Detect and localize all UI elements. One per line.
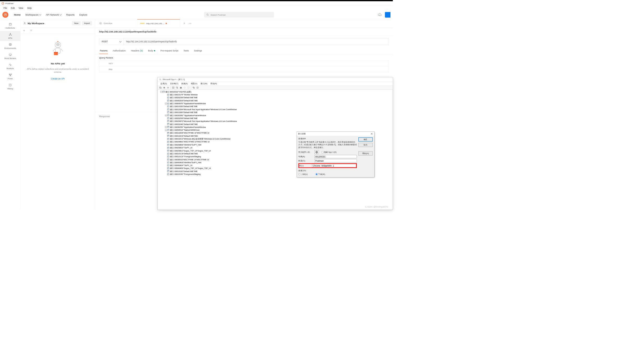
up-radio[interactable] [298,173,300,175]
tree-node[interactable]: +窗口 00050518""NativeHWNDHost [159,129,391,131]
create-api-link[interactable]: Create an API [51,77,65,80]
spy-menu-view[interactable]: 视图(V) [189,82,199,85]
direction-label: 搜索方向: [298,169,357,172]
rail-monitors[interactable]: Monitors [0,61,21,71]
nav-explore[interactable]: Explore [77,14,90,16]
dialog-title-bar[interactable]: 窗口搜索 [297,132,374,136]
tree-node-label: 窗口 00020B10""SoPY_UI [170,146,192,149]
finder-tool[interactable] [314,150,319,154]
tb-refresh-icon[interactable] [196,86,199,89]
menu-edit[interactable]: Edit [9,7,17,9]
request-header: http://42.194.149.162:11100/partInspect/… [95,28,393,36]
postman-logo-icon[interactable] [2,12,8,18]
invite-button[interactable] [385,12,390,17]
hide-spy-checkbox-input[interactable] [321,151,324,153]
rail-environments[interactable]: Environments [0,41,21,51]
tab-options-button[interactable] [189,23,191,24]
tb-binoculars-icon[interactable] [179,86,183,89]
tb-processes-icon[interactable] [163,86,166,89]
nav-reports[interactable]: Reports [64,14,77,16]
ok-button[interactable]: 确定 [358,137,373,142]
tree-node[interactable]: +窗口 0003035E""ApplicationFrameWindow [159,114,391,117]
tab-overview[interactable]: Overview [96,19,137,27]
hide-spy-checkbox[interactable]: 隐藏 Spy++(D) [321,151,337,154]
import-button[interactable]: Import [82,21,92,25]
close-button[interactable] [370,133,373,135]
direction-down[interactable]: 下移(W) [315,173,325,176]
search-input[interactable]: Search Postman [204,12,274,18]
new-button[interactable]: New [72,21,81,25]
tb-threads-icon[interactable] [166,86,170,89]
direction-up[interactable]: 上移(U) [298,173,307,176]
tree-expander-icon[interactable]: + [165,103,167,104]
tree-node[interactable]: 窗口 00010354"Microsoft Text Input Applica… [159,108,391,111]
sync-button[interactable] [377,12,382,17]
handle-input[interactable] [314,155,357,158]
plus-icon[interactable] [23,29,25,32]
class-input[interactable] [312,164,356,167]
subtab-params[interactable]: Params [99,47,108,54]
spy-menu-help[interactable]: 帮助(H) [209,82,218,85]
rail-history[interactable]: History [0,82,21,92]
tb-properties-icon[interactable] [192,86,195,89]
tree-node[interactable]: 窗口 00010174""Worker Window [159,93,391,96]
rail-apis[interactable]: APIs [0,31,21,41]
url-input[interactable]: http://42.194.149.162:11100/partInspect/… [124,38,389,45]
subtab-headers[interactable]: Headers (9) [130,47,144,54]
cancel-button[interactable]: 取消 [358,143,373,147]
workspace-icon [23,22,26,24]
tree-node[interactable]: 窗口 00020258"Default IME"IME [159,117,391,120]
window-icon [167,165,169,166]
menu-help[interactable]: Help [25,7,34,9]
help-button[interactable]: 帮助(H) [358,151,373,156]
tabs-bar: Overview POST http://42.194.149.... [95,19,393,28]
caption-input[interactable] [314,159,357,162]
rail-mock-servers[interactable]: Mock Servers [0,51,21,61]
request-title: http://42.194.149.162:11100/partInspect/… [99,30,389,33]
subtab-tests[interactable]: Tests [183,47,189,54]
spy-menu-tree[interactable]: 目录树(T) [169,82,180,85]
subtab-authorization[interactable]: Authorization [112,47,126,54]
spy-menu-search[interactable]: 搜索(E) [180,82,189,85]
nav-workspaces[interactable]: Workspaces [23,14,43,16]
tree-node[interactable]: 窗口 00010356"Default IME"IME [159,105,391,108]
tab-request[interactable]: POST http://42.194.149.... [137,19,180,27]
tree-node[interactable]: 窗口 000902E8"Default IME"IME [159,99,391,102]
tree-expander-icon[interactable]: − [160,91,162,93]
spy-menu-window[interactable]: 窗口(W) [199,82,209,85]
tree-expander-icon[interactable]: + [165,126,167,128]
nav-home[interactable]: Home [12,14,23,16]
method-select[interactable]: POST [99,38,124,45]
spy-menu-bar: 监视(S) 目录树(T) 搜索(E) 视图(V) 窗口(W) 帮助(H) [158,82,392,86]
window-icon [167,153,169,155]
down-radio[interactable] [315,173,318,175]
tree-expander-icon[interactable]: + [165,129,167,131]
tree-node[interactable]: 窗口 00010360"Default IME"IME [159,111,391,114]
tree-node[interactable]: 窗口 000200F2"Microsoft Text Input Applica… [159,120,391,123]
spy-title-bar[interactable]: Microsoft Spy++ - [窗口 1] [158,77,392,82]
tree-expander-icon[interactable]: + [165,115,167,116]
tb-find-window-icon[interactable] [175,86,179,89]
workspace-name[interactable]: My Workspace [28,22,71,24]
spy-menu-watch[interactable]: 监视(S) [159,82,169,85]
window-search-dialog[interactable]: 窗口搜索 搜索条件 可通过将"查找程序工具"拖至窗口上以选择它，然后释放鼠标按钮… [297,131,375,177]
tb-log-icon[interactable] [171,86,175,89]
key-input[interactable] [109,68,386,70]
table-row[interactable] [99,67,389,72]
tree-node[interactable]: −窗口 00010010""#32769 (桌面) [159,90,391,93]
subtab-prerequest[interactable]: Pre-request Script [160,47,179,54]
rail-flows[interactable]: Flows [0,71,21,82]
menu-view[interactable]: View [17,7,25,9]
filter-icon[interactable] [30,29,32,32]
menu-file[interactable]: File [2,7,9,9]
tb-windows-icon[interactable] [159,86,162,89]
tree-node[interactable]: +窗口 00060076""ApplicationFrameWindow [159,102,391,105]
subtab-settings[interactable]: Settings [193,47,203,54]
new-tab-button[interactable] [183,22,186,24]
tree-node[interactable]: 窗口 0002024E"Default IME"IME [159,123,391,125]
tree-node[interactable]: 窗口 00020238"Default IME"IME [159,96,391,99]
subtab-body[interactable]: Body [147,47,156,54]
nav-api-network[interactable]: API Network [43,14,64,16]
rail-collections[interactable]: Collections [0,21,21,31]
tree-node[interactable]: +窗口 00030256""ApplicationFrameWindow [159,126,391,129]
